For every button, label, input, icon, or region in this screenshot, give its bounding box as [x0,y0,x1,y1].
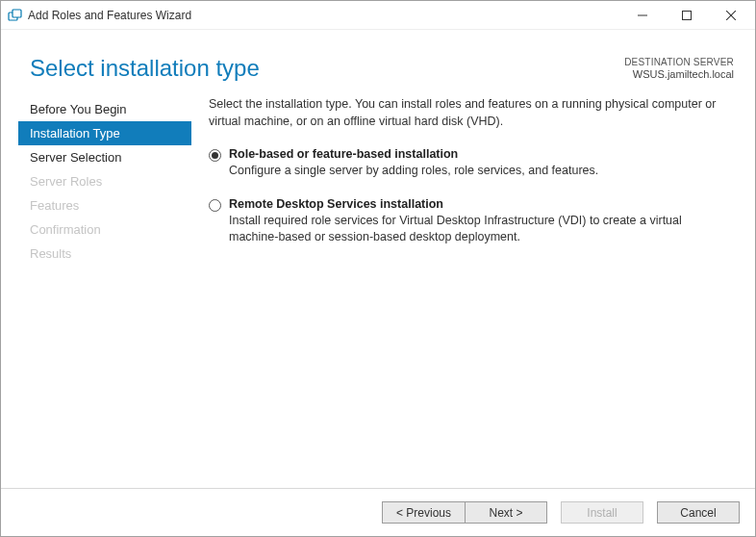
next-button[interactable]: Next > [465,501,547,524]
minimize-button[interactable] [620,1,665,29]
svg-rect-1 [13,10,21,17]
option-text: Role-based or feature-based installation… [229,147,734,180]
sidebar-nav: Before You Begin Installation Type Serve… [18,95,191,488]
previous-button[interactable]: < Previous [382,501,465,524]
sidebar-item-server-roles: Server Roles [18,169,191,193]
wizard-body: Select installation type DESTINATION SER… [1,30,755,536]
destination-value: WSUS.jamiltech.local [624,68,734,81]
sidebar-item-before-you-begin[interactable]: Before You Begin [18,97,191,121]
page-title: Select installation type [30,55,624,82]
sidebar-item-confirmation: Confirmation [18,217,191,242]
wizard-header: Select installation type DESTINATION SER… [1,30,755,95]
titlebar: Add Roles and Features Wizard [1,1,755,30]
destination-block: DESTINATION SERVER WSUS.jamiltech.local [624,57,734,81]
close-button[interactable] [709,1,753,29]
intro-text: Select the installation type. You can in… [209,95,734,130]
option-desc: Install required role services for Virtu… [229,213,734,246]
maximize-button[interactable] [665,1,709,29]
cancel-button[interactable]: Cancel [657,501,740,524]
content-panel: Select the installation type. You can in… [191,95,755,488]
option-role-based[interactable]: Role-based or feature-based installation… [209,147,734,180]
option-title: Remote Desktop Services installation [229,197,734,211]
install-button: Install [561,501,643,524]
window-title: Add Roles and Features Wizard [28,9,620,22]
radio-role-based[interactable] [209,149,221,162]
wizard-icon [7,8,22,23]
window-controls [620,1,753,29]
option-title: Role-based or feature-based installation [229,147,734,161]
option-remote-desktop[interactable]: Remote Desktop Services installation Ins… [209,197,734,246]
sidebar-item-installation-type[interactable]: Installation Type [18,121,191,145]
option-text: Remote Desktop Services installation Ins… [229,197,734,246]
svg-rect-3 [683,11,692,19]
wizard-main: Before You Begin Installation Type Serve… [1,95,755,488]
nav-button-group: < Previous Next > [382,501,547,524]
radio-remote-desktop[interactable] [209,199,221,212]
sidebar-item-results: Results [18,242,191,266]
sidebar-item-features: Features [18,193,191,217]
sidebar-item-server-selection[interactable]: Server Selection [18,145,191,169]
option-desc: Configure a single server by adding role… [229,163,734,180]
destination-label: DESTINATION SERVER [624,57,734,68]
wizard-footer: < Previous Next > Install Cancel [1,488,755,536]
